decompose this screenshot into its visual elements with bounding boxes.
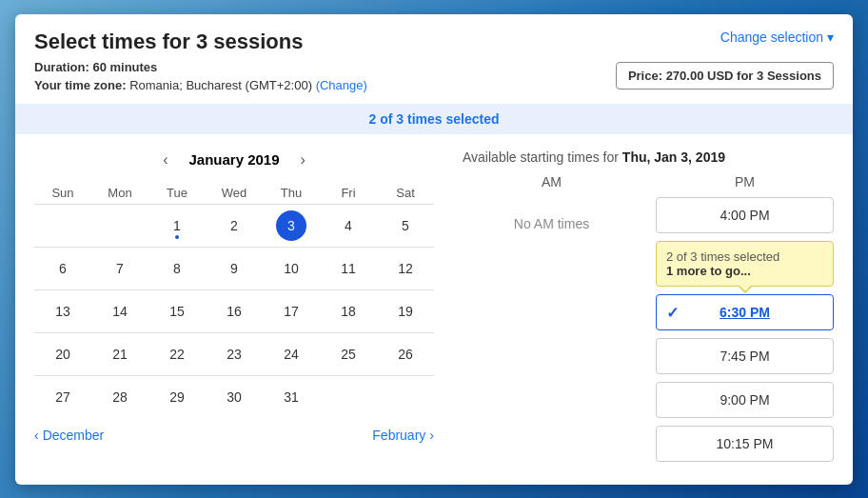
price-sessions: 3: [757, 69, 763, 83]
cal-day-7[interactable]: 7: [105, 253, 135, 284]
cal-cell: [320, 375, 377, 418]
time-slot-4[interactable]: 9:00 PM: [656, 382, 834, 418]
cal-day-29[interactable]: 29: [162, 382, 192, 412]
time-label-2: 6:30 PM: [720, 305, 770, 320]
cal-cell: 12: [377, 247, 434, 289]
cal-day-8[interactable]: 8: [162, 253, 192, 284]
calendar-week-3: 20212223242526: [34, 332, 434, 375]
next-chevron-icon: ›: [429, 428, 434, 443]
progress-text: 2 of 3 times selected: [369, 111, 500, 127]
times-columns: AM No AM times PM 4:00 PM 2 of 3 times s…: [463, 174, 834, 469]
cal-cell: 10: [263, 247, 320, 289]
change-timezone-link[interactable]: (Change): [316, 78, 367, 92]
cal-day-16[interactable]: 16: [219, 296, 249, 327]
cal-day-20[interactable]: 20: [48, 339, 78, 369]
am-column: AM No AM times: [463, 174, 641, 469]
cal-day-13[interactable]: 13: [48, 296, 78, 327]
cal-day-11[interactable]: 11: [333, 253, 364, 284]
cal-cell: 27: [34, 375, 91, 418]
cal-day-4[interactable]: 4: [333, 210, 364, 241]
progress-bar: 2 of 3 times selected: [15, 104, 853, 134]
tooltip-line1: 2 of 3 times selected: [666, 249, 823, 264]
cal-day-6[interactable]: 6: [48, 253, 78, 284]
cal-cell: 2: [206, 204, 263, 247]
cal-day-12[interactable]: 12: [390, 253, 421, 284]
cal-cell: 26: [377, 332, 434, 375]
calendar-header: ‹ January 2019 ›: [34, 149, 434, 170]
calendar-week-0: 12345: [34, 204, 434, 247]
next-month-label: February: [372, 428, 425, 443]
cal-day-17[interactable]: 17: [276, 296, 306, 327]
price-value: 270.00: [666, 69, 704, 83]
calendar-footer: ‹ December February ›: [34, 428, 434, 443]
am-header: AM: [463, 174, 641, 189]
cal-cell: 17: [263, 289, 320, 332]
cal-cell: 30: [206, 375, 263, 418]
cal-day-27[interactable]: 27: [48, 382, 78, 412]
prev-month-nav-button[interactable]: ‹ December: [34, 428, 104, 443]
calendar-day-headers: Sun Mon Tue Wed Thu Fri Sat: [34, 182, 434, 205]
time-label-1: 4:00 PM: [720, 208, 769, 223]
change-selection-button[interactable]: Change selection ▾: [720, 30, 834, 45]
cal-day-21[interactable]: 21: [105, 339, 135, 369]
times-title: Available starting times for Thu, Jan 3,…: [463, 149, 834, 165]
cal-cell: 24: [263, 332, 320, 375]
cal-day-15[interactable]: 15: [162, 296, 192, 327]
prev-month-button[interactable]: ‹: [157, 149, 173, 170]
calendar-week-4: 2728293031: [34, 375, 434, 418]
chevron-down-icon: ▾: [827, 30, 834, 45]
time-slot-1[interactable]: 4:00 PM: [656, 197, 834, 233]
prev-month-label: December: [43, 428, 105, 443]
header: Select times for 3 sessions Duration: 60…: [15, 14, 853, 104]
page-title: Select times for 3 sessions: [34, 30, 834, 54]
price-box: Price: 270.00 USD for 3 Sessions: [616, 62, 834, 90]
cal-day-26[interactable]: 26: [390, 339, 421, 369]
calendar-month-year: January 2019: [188, 151, 279, 168]
cal-day-31[interactable]: 31: [276, 382, 306, 412]
day-header-wed: Wed: [206, 182, 263, 205]
cal-cell: 3: [263, 204, 320, 247]
prev-chevron-icon: ‹: [34, 428, 39, 443]
times-title-text: Available starting times for: [463, 149, 619, 165]
cal-day-23[interactable]: 23: [219, 339, 249, 369]
cal-day-22[interactable]: 22: [162, 339, 192, 369]
main-content: ‹ January 2019 › Sun Mon Tue Wed Thu Fri…: [15, 134, 853, 485]
cal-day-5[interactable]: 5: [390, 210, 421, 241]
check-icon: ✓: [666, 303, 679, 321]
duration-value: 60 minutes: [92, 60, 157, 74]
cal-day-18[interactable]: 18: [333, 296, 364, 327]
cal-day-19[interactable]: 19: [390, 296, 421, 327]
time-slot-2[interactable]: ✓ 6:30 PM: [656, 294, 834, 330]
calendar-week-2: 13141516171819: [34, 289, 434, 332]
cal-day-3[interactable]: 3: [276, 210, 306, 241]
cal-day-9[interactable]: 9: [219, 253, 249, 284]
day-header-sat: Sat: [377, 182, 434, 205]
cal-day-14[interactable]: 14: [105, 296, 135, 327]
main-card: Select times for 3 sessions Duration: 60…: [15, 14, 853, 485]
cal-cell: [377, 375, 434, 418]
cal-day-10[interactable]: 10: [276, 253, 306, 284]
price-sessions-label: Sessions: [767, 69, 821, 83]
cal-day-30[interactable]: 30: [219, 382, 249, 412]
cal-day-2[interactable]: 2: [219, 210, 249, 241]
day-header-mon: Mon: [91, 182, 148, 205]
day-header-fri: Fri: [320, 182, 377, 205]
cal-cell: 28: [91, 375, 148, 418]
cal-cell: 11: [320, 247, 377, 289]
day-header-thu: Thu: [263, 182, 320, 205]
cal-cell: 21: [91, 332, 148, 375]
cal-cell: 1: [148, 204, 206, 247]
timezone-value: Romania; Bucharest (GMT+2:00): [129, 78, 312, 92]
tooltip-arrow-inner: [739, 285, 752, 291]
cal-cell: 15: [148, 289, 206, 332]
cal-cell: 20: [34, 332, 91, 375]
cal-day-25[interactable]: 25: [333, 339, 364, 369]
cal-cell: 14: [91, 289, 148, 332]
next-month-nav-button[interactable]: February ›: [372, 428, 434, 443]
time-slot-3[interactable]: 7:45 PM: [656, 338, 834, 374]
calendar-grid: Sun Mon Tue Wed Thu Fri Sat 123456789101…: [34, 182, 434, 418]
cal-day-24[interactable]: 24: [276, 339, 306, 369]
cal-day-28[interactable]: 28: [105, 382, 135, 412]
time-slot-5[interactable]: 10:15 PM: [656, 426, 834, 462]
next-month-button[interactable]: ›: [295, 149, 311, 170]
